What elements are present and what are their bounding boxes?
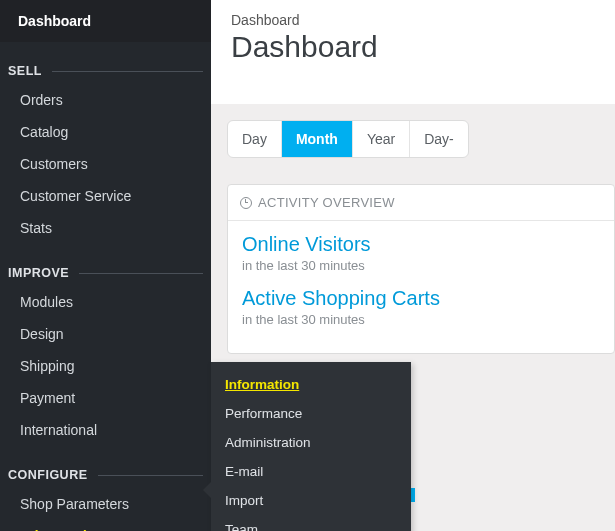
- sidebar-item-customers[interactable]: Customers: [0, 148, 211, 180]
- divider: [98, 475, 204, 476]
- submenu-import[interactable]: Import: [211, 486, 411, 515]
- advanced-parameters-submenu: Information Performance Administration E…: [211, 362, 411, 531]
- card-header: ACTIVITY OVERVIEW: [228, 185, 614, 221]
- range-day-1[interactable]: Day-: [410, 121, 468, 157]
- sidebar-item-customer-service[interactable]: Customer Service: [0, 180, 211, 212]
- sidebar-section-configure: CONFIGURE: [0, 468, 211, 482]
- sidebar-section-sell: SELL: [0, 64, 211, 78]
- stat-active-carts[interactable]: Active Shopping Carts: [242, 287, 600, 310]
- sidebar-item-catalog[interactable]: Catalog: [0, 116, 211, 148]
- accent-strip: [411, 488, 415, 502]
- submenu-team[interactable]: Team: [211, 515, 411, 531]
- sidebar-item-payment[interactable]: Payment: [0, 382, 211, 414]
- clock-icon: [240, 197, 252, 209]
- stat-active-carts-sub: in the last 30 minutes: [242, 312, 600, 327]
- sidebar-item-stats[interactable]: Stats: [0, 212, 211, 244]
- sidebar-item-design[interactable]: Design: [0, 318, 211, 350]
- card-body: Online Visitors in the last 30 minutes A…: [228, 221, 614, 353]
- sidebar: Dashboard SELL Orders Catalog Customers …: [0, 0, 211, 531]
- sidebar-item-shop-parameters[interactable]: Shop Parameters: [0, 488, 211, 520]
- sidebar-section-improve: IMPROVE: [0, 266, 211, 280]
- section-label: SELL: [8, 64, 42, 78]
- stat-online-visitors[interactable]: Online Visitors: [242, 233, 600, 256]
- activity-overview-card: ACTIVITY OVERVIEW Online Visitors in the…: [227, 184, 615, 354]
- sidebar-item-advanced-parameters[interactable]: Advanced Parameters: [0, 520, 211, 531]
- page-title: Dashboard: [211, 28, 615, 80]
- breadcrumb: Dashboard: [211, 0, 615, 28]
- sidebar-item-dashboard[interactable]: Dashboard: [0, 0, 211, 42]
- submenu-email[interactable]: E-mail: [211, 457, 411, 486]
- card-header-text: ACTIVITY OVERVIEW: [258, 195, 395, 210]
- submenu-administration[interactable]: Administration: [211, 428, 411, 457]
- section-label: IMPROVE: [8, 266, 69, 280]
- sidebar-item-international[interactable]: International: [0, 414, 211, 446]
- divider: [52, 71, 203, 72]
- range-year[interactable]: Year: [353, 121, 410, 157]
- submenu-information[interactable]: Information: [211, 368, 411, 399]
- stat-online-visitors-sub: in the last 30 minutes: [242, 258, 600, 273]
- section-label: CONFIGURE: [8, 468, 88, 482]
- sidebar-item-orders[interactable]: Orders: [0, 84, 211, 116]
- sidebar-item-shipping[interactable]: Shipping: [0, 350, 211, 382]
- date-range-selector: Day Month Year Day-: [227, 120, 469, 158]
- range-day[interactable]: Day: [228, 121, 282, 157]
- submenu-performance[interactable]: Performance: [211, 399, 411, 428]
- divider: [79, 273, 203, 274]
- range-month[interactable]: Month: [282, 121, 353, 157]
- sidebar-item-modules[interactable]: Modules: [0, 286, 211, 318]
